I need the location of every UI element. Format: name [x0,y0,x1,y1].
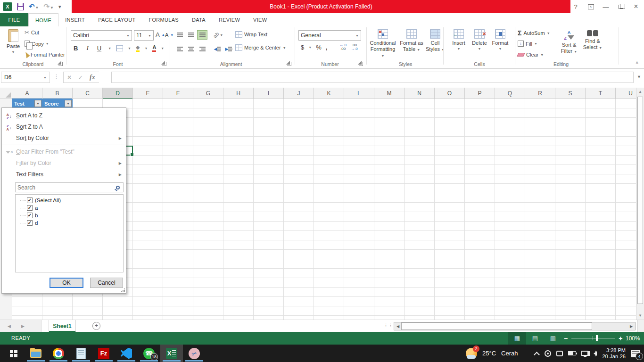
filter-menu-item-sort-by-color[interactable]: Sort by Color▶ [2,132,126,144]
paste-button[interactable]: Paste▼ [4,29,23,54]
underline-button[interactable]: U [95,45,103,52]
font-family-select[interactable]: Calibri▼ [71,30,132,41]
clear-button[interactable]: Clear▼ [518,52,544,58]
cell-b1-score[interactable]: Score ▼ [42,99,73,108]
snip-tray-icon[interactable] [556,351,563,356]
vertical-scrollbar[interactable]: ▲ ▼ [636,88,644,320]
column-header-r[interactable]: R [525,88,555,99]
column-header-a[interactable]: A [12,88,42,99]
select-all-corner[interactable] [0,88,12,99]
column-header-g[interactable]: G [193,88,223,99]
merge-center-button[interactable]: Merge & Center▼ [235,44,286,51]
cancel-button[interactable]: Cancel [90,278,123,288]
prev-sheet-icon[interactable]: ◀ [8,324,11,329]
column-header-d[interactable]: D [103,88,133,99]
decrease-decimal-icon[interactable]: .00→.0 [351,43,358,51]
cancel-entry-icon[interactable]: × [67,74,71,81]
horizontal-scrollbar-thumb[interactable] [401,322,592,330]
taskbar-filezilla[interactable]: Fz [92,345,115,362]
checkbox-icon[interactable]: ✓ [27,220,33,226]
filter-value-a[interactable]: ✓a [18,204,123,212]
clipboard-dialog-launcher-icon[interactable] [58,62,63,66]
delete-cells-button[interactable]: × Delete▼ [470,29,489,50]
align-right-button[interactable] [197,44,207,54]
column-header-h[interactable]: H [223,88,254,99]
cell-a1-test[interactable]: Test ▼ [12,99,42,108]
taskbar-vscode[interactable] [115,345,138,362]
comma-style-icon[interactable]: , [326,44,328,51]
column-header-l[interactable]: L [344,88,374,99]
conditional-formatting-button[interactable]: ConditionalFormatting ▼ [369,29,396,59]
tab-review[interactable]: REVIEW [212,13,247,26]
scroll-left-icon[interactable]: ◀ [394,322,402,330]
tab-data[interactable]: DATA [185,13,212,26]
sort-filter-button[interactable]: AZ Sort &Filter ▼ [558,29,580,55]
column-header-m[interactable]: M [374,88,405,99]
align-left-button[interactable] [174,44,185,54]
alignment-dialog-launcher-icon[interactable] [287,62,291,66]
italic-button[interactable]: I [84,44,90,52]
restore-icon[interactable] [615,1,627,12]
network-icon[interactable] [581,351,588,356]
filter-value-selectall[interactable]: ✓(Select All) [18,197,123,204]
fill-button[interactable]: ↓ Fill▼ [518,41,537,47]
tab-file[interactable]: FILE [0,13,28,26]
customize-qat-icon[interactable]: ▾ [58,4,61,10]
taskbar-notepad[interactable] [70,345,92,362]
column-header-t[interactable]: T [586,88,616,99]
borders-icon[interactable] [116,45,123,51]
insert-cells-button[interactable]: ← Insert▼ [449,29,469,50]
insert-function-icon[interactable]: fx [90,74,95,81]
font-dialog-launcher-icon[interactable] [162,62,166,66]
resize-grip-icon[interactable] [121,288,125,292]
tab-insert[interactable]: INSERT [58,13,91,26]
scroll-right-icon[interactable]: ▶ [627,322,635,330]
volume-icon[interactable] [594,351,597,356]
filter-menu-item-text-filters[interactable]: Text Filters▶ [2,169,126,180]
autosum-button[interactable]: Σ AutoSum▼ [518,29,550,37]
undo-button[interactable]: ↶▼ [29,2,39,11]
tab-view[interactable]: VIEW [247,13,273,26]
font-size-select[interactable]: 11▼ [134,30,154,41]
grow-font-button[interactable]: A▲ [156,31,165,38]
show-hidden-icons-icon[interactable] [535,351,539,356]
column-header-c[interactable]: C [73,88,103,99]
weather-temp[interactable]: 25°C [482,350,496,357]
column-header-k[interactable]: K [314,88,344,99]
close-icon[interactable]: × [630,1,642,12]
next-sheet-icon[interactable]: ▶ [21,324,25,329]
enter-entry-icon[interactable]: ✓ [78,74,83,81]
checkbox-icon[interactable]: ✓ [27,213,33,218]
collapse-ribbon-icon[interactable]: ˄ [636,60,638,66]
checkbox-icon[interactable]: ✓ [27,197,33,203]
format-cells-button[interactable]: Format▼ [490,29,510,50]
filter-dropdown-test-icon[interactable]: ▼ [34,100,41,107]
column-header-b[interactable]: B [42,88,73,99]
weather-icon[interactable]: 2 [466,348,477,359]
orientation-icon[interactable]: ab [212,31,220,39]
tab-scrollbar-splitter[interactable]: ⋮⋮ [384,323,393,328]
zoom-slider-thumb[interactable] [596,335,598,341]
formula-input[interactable] [111,72,634,83]
wrap-text-button[interactable]: Wrap Text [235,31,267,38]
increase-indent-icon[interactable]: ▶ [223,44,234,54]
column-header-j[interactable]: J [284,88,314,99]
filter-search-input[interactable]: Search [15,182,124,192]
tab-page-layout[interactable]: PAGE LAYOUT [91,13,142,26]
help-icon[interactable]: ? [570,1,582,12]
taskbar-excel[interactable]: X [160,345,183,362]
ribbon-display-options-icon[interactable]: ˄ [585,1,597,12]
start-button[interactable] [4,345,24,362]
column-header-u[interactable]: U [616,88,636,99]
cell-styles-button[interactable]: CellStyles ▼ [425,29,446,53]
column-header-s[interactable]: S [555,88,586,99]
align-center-button[interactable] [186,44,196,54]
taskbar-chrome[interactable] [47,345,70,362]
align-middle-button[interactable] [186,30,196,40]
align-top-button[interactable] [174,30,185,40]
column-header-p[interactable]: P [465,88,495,99]
scroll-up-icon[interactable]: ▲ [636,88,644,96]
increase-decimal-icon[interactable]: ←.0.00 [339,43,347,51]
clock[interactable]: 3:28 PM 20-Jan-26 [602,347,626,360]
number-format-select[interactable]: General▼ [298,30,361,41]
